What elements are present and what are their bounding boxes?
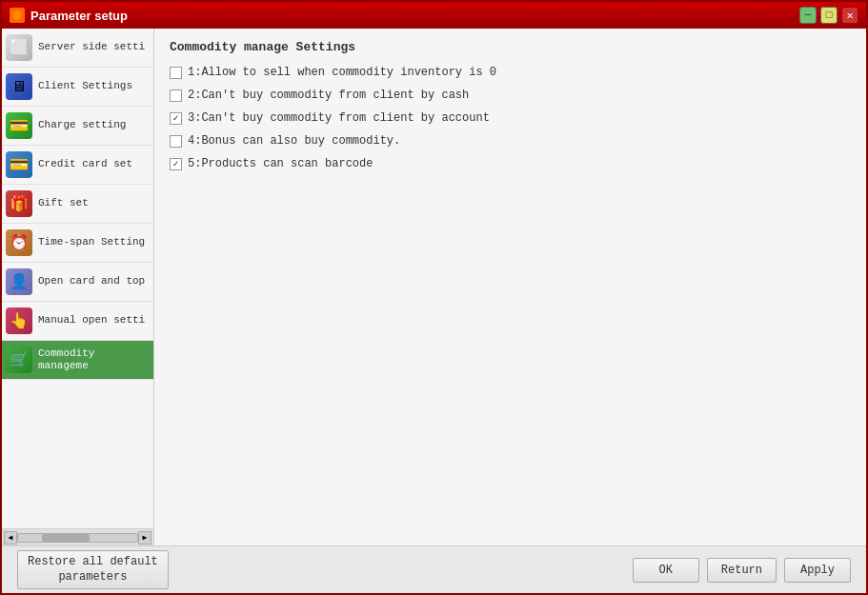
commodity-icon: 🛒 xyxy=(6,347,32,373)
apply-button[interactable]: Apply xyxy=(784,558,851,583)
setting-label-setting4: 4:Bonus can also buy commodity. xyxy=(188,134,400,148)
sidebar: ⬜ Server side setti 🖥 Client Settings 💳 … xyxy=(2,29,154,545)
setting-item-setting5: 5:Products can scan barcode xyxy=(170,157,851,170)
sidebar-label-opencard: Open card and top xyxy=(38,275,145,288)
window-title: Parameter setup xyxy=(30,9,128,23)
gift-icon: 🎁 xyxy=(6,190,32,217)
return-button[interactable]: Return xyxy=(707,558,777,583)
svg-point-0 xyxy=(12,10,22,20)
credit-icon: 💳 xyxy=(6,151,32,178)
setting-label-setting2: 2:Can't buy commodity from client by cas… xyxy=(188,89,469,102)
opencard-icon: 👤 xyxy=(6,268,32,295)
setting-item-setting2: 2:Can't buy commodity from client by cas… xyxy=(170,89,851,102)
checkbox-setting1[interactable] xyxy=(170,67,182,79)
checkbox-setting2[interactable] xyxy=(170,89,182,102)
setting-label-setting1: 1:Allow to sell when commodity inventory… xyxy=(188,66,496,79)
settings-area: 1:Allow to sell when commodity inventory… xyxy=(154,62,866,545)
sidebar-label-credit: Credit card set xyxy=(38,158,132,170)
sidebar-label-manual: Manual open setti xyxy=(38,314,145,327)
setting-item-setting3: 3:Can't buy commodity from client by acc… xyxy=(170,111,851,125)
setting-item-setting4: 4:Bonus can also buy commodity. xyxy=(170,134,851,148)
minimize-button[interactable]: ─ xyxy=(799,7,817,24)
panel-title: Commodity manage Settings xyxy=(154,29,866,62)
sidebar-item-commodity[interactable]: 🛒 Commodity manageme xyxy=(2,341,153,380)
sidebar-item-server[interactable]: ⬜ Server side setti xyxy=(2,29,153,68)
sidebar-label-commodity: Commodity manageme xyxy=(38,347,150,372)
charge-icon: 💳 xyxy=(6,112,32,139)
scroll-track xyxy=(17,533,138,543)
sidebar-label-gift: Gift set xyxy=(38,197,89,209)
server-icon: ⬜ xyxy=(6,34,32,61)
checkbox-setting5[interactable] xyxy=(170,158,182,170)
sidebar-label-server: Server side setti xyxy=(38,41,145,53)
sidebar-item-credit[interactable]: 💳 Credit card set xyxy=(2,146,153,185)
checkbox-setting4[interactable] xyxy=(170,135,182,148)
action-buttons: OK Return Apply xyxy=(633,558,851,583)
scroll-left-arrow[interactable]: ◀ xyxy=(4,531,17,545)
restore-defaults-button[interactable]: Restore all default parameters xyxy=(17,550,169,589)
setting-label-setting3: 3:Can't buy commodity from client by acc… xyxy=(188,111,490,125)
checkbox-setting3[interactable] xyxy=(170,112,182,125)
app-icon xyxy=(10,8,25,23)
bottom-bar: Restore all default parameters OK Return… xyxy=(2,545,866,593)
setting-label-setting5: 5:Products can scan barcode xyxy=(188,157,373,170)
sidebar-item-gift[interactable]: 🎁 Gift set xyxy=(2,185,153,224)
sidebar-label-charge: Charge setting xyxy=(38,119,126,131)
sidebar-item-opencard[interactable]: 👤 Open card and top xyxy=(2,263,153,302)
main-panel: Commodity manage Settings 1:Allow to sel… xyxy=(154,29,866,545)
main-window: Parameter setup ─ □ ✕ ⬜ Server side sett… xyxy=(0,0,868,595)
client-icon: 🖥 xyxy=(6,73,32,100)
close-button[interactable]: ✕ xyxy=(841,7,858,24)
maximize-button[interactable]: □ xyxy=(820,7,838,24)
sidebar-item-client[interactable]: 🖥 Client Settings xyxy=(2,68,153,107)
setting-item-setting1: 1:Allow to sell when commodity inventory… xyxy=(170,66,851,79)
title-buttons: ─ □ ✕ xyxy=(799,7,858,24)
sidebar-label-client: Client Settings xyxy=(38,80,132,92)
ok-button[interactable]: OK xyxy=(633,558,699,583)
manual-icon: 👆 xyxy=(6,307,32,334)
sidebar-scrollbar[interactable]: ◀ ▶ xyxy=(2,528,153,545)
content-area: ⬜ Server side setti 🖥 Client Settings 💳 … xyxy=(2,29,866,545)
sidebar-item-time[interactable]: ⏰ Time-span Setting xyxy=(2,224,153,263)
scroll-right-arrow[interactable]: ▶ xyxy=(138,531,151,545)
title-bar-left: Parameter setup xyxy=(10,8,128,23)
title-bar: Parameter setup ─ □ ✕ xyxy=(2,2,866,29)
scroll-thumb xyxy=(42,534,90,542)
sidebar-label-time: Time-span Setting xyxy=(38,236,145,248)
sidebar-item-manual[interactable]: 👆 Manual open setti xyxy=(2,302,153,341)
time-icon: ⏰ xyxy=(6,229,32,256)
sidebar-item-charge[interactable]: 💳 Charge setting xyxy=(2,107,153,146)
